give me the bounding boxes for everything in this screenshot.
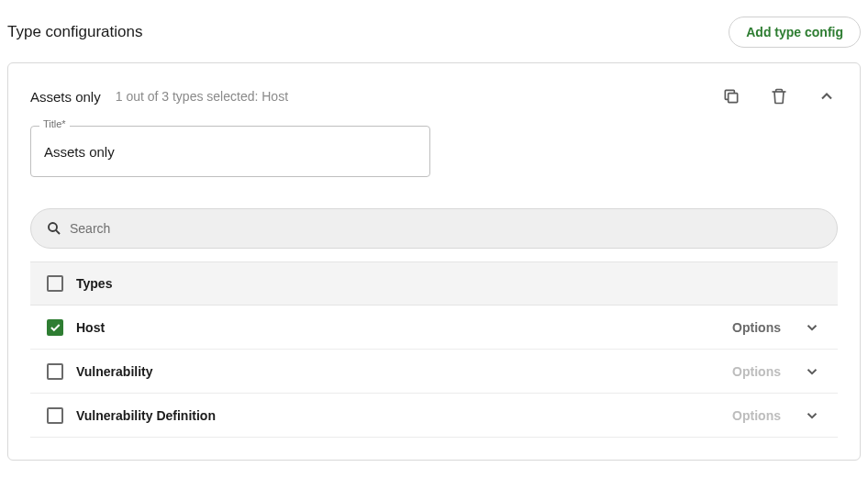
- row-checkbox[interactable]: [47, 363, 63, 380]
- row-options-label: Options: [732, 320, 781, 335]
- row-label: Host: [76, 320, 719, 335]
- check-icon: [49, 321, 61, 334]
- row-expand-button[interactable]: [803, 406, 821, 425]
- row-options-label: Options: [732, 364, 781, 379]
- title-field: Title*: [30, 126, 838, 177]
- row-expand-button[interactable]: [803, 362, 821, 381]
- card-title: Assets only: [30, 89, 101, 105]
- title-input[interactable]: [30, 126, 430, 177]
- row-checkbox[interactable]: [47, 319, 63, 336]
- copy-button[interactable]: [720, 85, 742, 107]
- types-column-header: Types: [76, 276, 112, 291]
- copy-icon: [722, 87, 740, 106]
- row-checkbox[interactable]: [47, 407, 63, 424]
- chevron-down-icon: [804, 407, 820, 424]
- chevron-down-icon: [804, 363, 820, 380]
- trash-icon: [770, 87, 788, 106]
- search-icon: [46, 220, 62, 237]
- svg-point-1: [49, 223, 57, 231]
- chevron-down-icon: [804, 319, 820, 336]
- collapse-button[interactable]: [816, 85, 838, 107]
- row-label: Vulnerability: [76, 364, 719, 379]
- select-all-checkbox[interactable]: [47, 275, 63, 292]
- row-expand-button[interactable]: [803, 318, 821, 337]
- chevron-up-icon: [818, 87, 836, 106]
- search-input[interactable]: [70, 221, 822, 236]
- table-row: Host Options: [30, 306, 838, 350]
- table-row: Vulnerability Definition Options: [30, 394, 838, 438]
- page-title: Type configurations: [7, 23, 142, 41]
- svg-rect-0: [729, 94, 738, 103]
- delete-button[interactable]: [768, 85, 790, 107]
- search-field[interactable]: [30, 208, 838, 249]
- row-label: Vulnerability Definition: [76, 408, 719, 423]
- card-subtitle: 1 out of 3 types selected: Host: [116, 89, 706, 104]
- card-header: Assets only 1 out of 3 types selected: H…: [30, 85, 838, 107]
- page-header: Type configurations Add type config: [7, 17, 861, 48]
- types-table-header: Types: [30, 261, 838, 306]
- table-row: Vulnerability Options: [30, 350, 838, 394]
- row-options-label: Options: [732, 408, 781, 423]
- add-type-config-button[interactable]: Add type config: [729, 17, 861, 48]
- type-config-card: Assets only 1 out of 3 types selected: H…: [7, 62, 861, 461]
- title-field-label: Title*: [39, 118, 70, 129]
